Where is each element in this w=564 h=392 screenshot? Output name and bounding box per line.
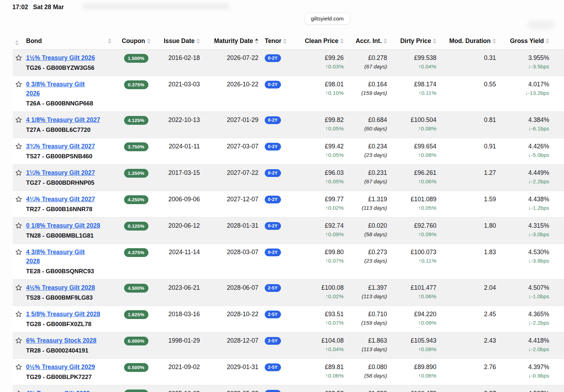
gross-yield-cell: 4.418% ↓-2.0bps bbox=[499, 332, 564, 359]
bond-link[interactable]: 0 1/8% Treasury Gilt 2028 bbox=[26, 222, 100, 229]
mod-duration-cell: 1.59 bbox=[442, 191, 499, 218]
bond-ticker-isin: TG28 - GB00BFX0ZL78 bbox=[26, 320, 118, 329]
gross-yield-value: 4.315% bbox=[499, 221, 549, 230]
clean-price-value: £104.08 bbox=[287, 336, 344, 345]
column-header-issue-date[interactable]: Issue Date bbox=[154, 32, 202, 50]
bond-link[interactable]: 1½% Treasury Gilt 2026 bbox=[26, 54, 95, 61]
dirty-price-change: ↑0.08% bbox=[392, 151, 436, 159]
column-header-bond[interactable]: Bond bbox=[26, 32, 118, 50]
column-header-dirty-price[interactable]: Dirty Price bbox=[392, 32, 442, 50]
dirty-price-change: ↑0.08% bbox=[392, 345, 436, 354]
favorite-star-icon[interactable] bbox=[15, 249, 22, 256]
column-header-gross-yield[interactable]: Gross Yield bbox=[499, 32, 564, 50]
dirty-price-change: ↑0.06% bbox=[392, 372, 436, 380]
bond-link[interactable]: 4½% Treasury Gilt 2028 bbox=[26, 284, 95, 291]
accrued-interest-value: £0.231 bbox=[347, 168, 387, 177]
bond-link[interactable]: 1¼% Treasury Gilt 2027 bbox=[26, 169, 95, 176]
maturity-date-value: 2027-07-22 bbox=[202, 165, 262, 191]
clean-price-value: £99.82 bbox=[287, 115, 344, 124]
favorite-star-icon[interactable] bbox=[15, 81, 22, 88]
maturity-date-value: 2027-01-29 bbox=[202, 112, 262, 138]
favorite-star-icon[interactable] bbox=[15, 390, 22, 392]
bond-ticker-isin: TS28 - GB00BMF9LG83 bbox=[26, 293, 118, 302]
dirty-price-change: ↑0.11% bbox=[392, 257, 436, 265]
bond-link[interactable]: 0 3/8% Treasury Gilt 2026 bbox=[26, 80, 98, 98]
bond-link[interactable]: 1 5/8% Treasury Gilt 2028 bbox=[26, 311, 100, 318]
mod-duration-cell: 0.55 bbox=[442, 76, 499, 112]
favorite-star-icon[interactable] bbox=[15, 222, 22, 229]
clean-price-cell: £100.08 ↑0.02% bbox=[287, 280, 347, 306]
accrued-interest-cell: £0.080 (58 days) bbox=[347, 359, 392, 385]
mod-duration-cell: 0.31 bbox=[442, 50, 499, 76]
address-bar-pill[interactable]: giltsyield.com bbox=[305, 13, 350, 24]
favorite-star-icon[interactable] bbox=[15, 143, 22, 150]
clean-price-value: £99.80 bbox=[287, 247, 344, 257]
favorite-star-icon[interactable] bbox=[15, 54, 22, 61]
issue-date-value: 2021-09-02 bbox=[154, 359, 202, 385]
accrued-interest-value: £0.684 bbox=[347, 115, 387, 124]
mod-duration-value: 1.27 bbox=[442, 168, 496, 177]
favorite-star-icon[interactable] bbox=[15, 284, 22, 291]
gross-yield-change: ↓-1.2bps bbox=[499, 204, 549, 212]
column-header-maturity-date[interactable]: Maturity Date bbox=[202, 32, 262, 50]
accrued-days: (23 days) bbox=[347, 151, 387, 159]
column-header-coupon[interactable]: Coupon bbox=[118, 32, 154, 50]
clean-price-value: £96.03 bbox=[287, 168, 344, 177]
clean-price-change: ↑0.04% bbox=[287, 345, 344, 354]
favorite-star-icon[interactable] bbox=[15, 363, 22, 370]
coupon-cell: 3.750% bbox=[118, 138, 154, 165]
table-row: 1½% Treasury Gilt 2026 TG26 - GB00BYZW3G… bbox=[13, 50, 564, 76]
favorite-cell bbox=[13, 165, 26, 191]
tenor-cell: 2-5Y bbox=[262, 280, 287, 306]
column-header-clean-price[interactable]: Clean Price bbox=[287, 32, 347, 50]
accrued-days: (113 days) bbox=[347, 204, 387, 212]
coupon-cell: 0.375% bbox=[118, 76, 154, 112]
bond-link[interactable]: 4% Treasury Gilt 2029 bbox=[26, 390, 90, 392]
maturity-date-value: 2027-03-07 bbox=[202, 138, 262, 165]
favorite-star-icon[interactable] bbox=[15, 116, 22, 123]
dirty-price-cell: £101.477 ↑0.06% bbox=[392, 280, 442, 306]
table-row: 1 5/8% Treasury Gilt 2028 TG28 - GB00BFX… bbox=[13, 306, 564, 332]
column-header-mod-duration[interactable]: Mod. Duration bbox=[442, 32, 499, 50]
clean-price-cell: £93.51 ↑0.07% bbox=[287, 306, 347, 332]
bond-ticker-isin: TG26 - GB00BYZW3G56 bbox=[26, 63, 118, 73]
favorite-cell bbox=[13, 385, 26, 392]
sort-arrows-icon bbox=[546, 38, 549, 44]
dirty-price-cell: £99.654 ↑0.08% bbox=[392, 138, 442, 165]
clean-price-change: ↑0.02% bbox=[287, 292, 344, 301]
favorite-star-icon[interactable] bbox=[15, 196, 22, 203]
bond-link[interactable]: 6% Treasury Stock 2028 bbox=[26, 337, 96, 344]
favorite-cell bbox=[13, 218, 26, 244]
clean-price-change: ↑0.02% bbox=[287, 204, 344, 212]
column-header-tenor[interactable]: Tenor bbox=[262, 32, 287, 50]
accrued-interest-cell: £0.231 (67 days) bbox=[347, 165, 392, 191]
favorite-star-icon[interactable] bbox=[15, 337, 22, 344]
column-header-accrued-interest[interactable]: Accr. Int. bbox=[347, 32, 392, 50]
bond-ticker-isin: TR28 - GB0002404191 bbox=[26, 346, 118, 355]
clean-price-cell: £98.58 ↑0.03% bbox=[287, 385, 347, 392]
clean-price-cell: £92.74 ↑0.09% bbox=[287, 218, 347, 244]
gross-yield-change: ↓-2.2bps bbox=[499, 177, 549, 186]
accrued-days: (159 days) bbox=[347, 89, 387, 97]
bond-link[interactable]: 4 1/8% Treasury Gilt 2027 bbox=[26, 116, 100, 123]
favorite-star-icon[interactable] bbox=[15, 169, 22, 176]
column-header-favorite[interactable] bbox=[13, 32, 26, 50]
bond-link[interactable]: 4¼% Treasury Gilt 2027 bbox=[26, 196, 95, 203]
gross-yield-cell: 4.426% ↓-5.0bps bbox=[499, 138, 564, 165]
accrued-interest-cell: £0.710 (159 days) bbox=[347, 306, 392, 332]
coupon-cell: 1.250% bbox=[118, 165, 154, 191]
mod-duration-value: 2.45 bbox=[442, 310, 496, 319]
bond-link[interactable]: 3¾% Treasury Gilt 2027 bbox=[26, 143, 95, 150]
bond-cell: 0 3/8% Treasury Gilt 2026 T26A - GB00BNN… bbox=[26, 76, 118, 112]
favorite-star-icon[interactable] bbox=[15, 311, 22, 318]
dirty-price-value: £98.174 bbox=[392, 80, 436, 89]
bond-ticker-isin: TS27 - GB00BPSNB460 bbox=[26, 152, 118, 161]
bond-link[interactable]: 4 3/8% Treasury Gilt 2028 bbox=[26, 247, 98, 266]
bond-table-body: 1½% Treasury Gilt 2026 TG26 - GB00BYZW3G… bbox=[13, 50, 564, 392]
clean-price-cell: £99.42 ↑0.05% bbox=[287, 138, 347, 165]
mod-duration-cell: 1.27 bbox=[442, 165, 499, 191]
bond-link[interactable]: 0½% Treasury Gilt 2029 bbox=[26, 363, 95, 370]
favorite-cell bbox=[13, 50, 26, 76]
sort-arrows-icon bbox=[283, 38, 287, 44]
gross-yield-cell: 4.365% ↓-2.2bps bbox=[499, 306, 564, 332]
